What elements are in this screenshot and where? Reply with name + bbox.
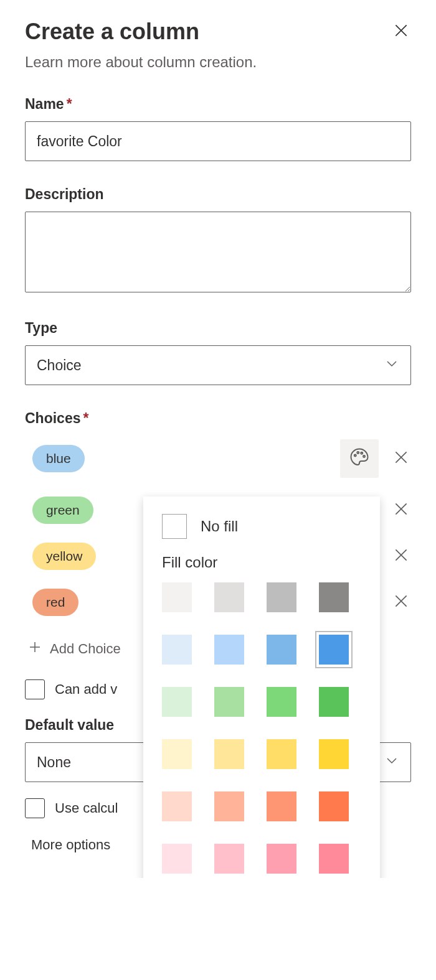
choice-pill-green[interactable]: green <box>32 497 93 524</box>
color-swatch[interactable] <box>162 582 192 612</box>
required-asterisk: * <box>83 410 88 426</box>
fill-color-label: Fill color <box>162 554 361 571</box>
remove-choice-button[interactable] <box>391 449 411 469</box>
choice-pill-red[interactable]: red <box>32 589 78 616</box>
choice-actions <box>340 439 411 478</box>
chevron-down-icon <box>384 356 399 375</box>
color-swatch[interactable] <box>267 739 296 769</box>
panel-header: Create a column <box>25 19 411 45</box>
field-choices: Choices* blue <box>25 410 411 699</box>
color-swatch[interactable] <box>162 844 192 874</box>
color-swatch[interactable] <box>267 844 296 874</box>
choice-pill-blue[interactable]: blue <box>32 445 85 472</box>
color-swatch[interactable] <box>319 635 349 665</box>
choice-pill-yellow[interactable]: yellow <box>32 543 96 570</box>
close-button[interactable] <box>391 22 411 42</box>
create-column-panel: Create a column Learn more about column … <box>0 0 436 878</box>
remove-choice-button[interactable] <box>391 592 411 612</box>
no-fill-option[interactable]: No fill <box>162 514 361 539</box>
field-type: Type Choice <box>25 320 411 385</box>
description-label: Description <box>25 186 411 203</box>
type-label: Type <box>25 320 411 337</box>
color-swatch[interactable] <box>162 687 192 717</box>
name-label: Name* <box>25 96 411 113</box>
choice-actions <box>391 546 411 566</box>
panel-subtitle[interactable]: Learn more about column creation. <box>25 54 411 71</box>
add-choice-label: Add Choice <box>50 641 121 657</box>
field-description: Description <box>25 186 411 295</box>
color-picker-button[interactable] <box>340 439 379 478</box>
type-select[interactable]: Choice <box>25 345 411 385</box>
name-input[interactable] <box>25 121 411 161</box>
svg-point-5 <box>363 455 365 457</box>
palette-icon <box>348 446 371 471</box>
color-swatch[interactable] <box>214 635 244 665</box>
close-icon <box>393 449 409 468</box>
choice-row-0: blue <box>25 439 411 478</box>
close-icon <box>393 501 409 520</box>
color-swatch[interactable] <box>267 635 296 665</box>
color-swatch[interactable] <box>267 582 296 612</box>
color-swatch[interactable] <box>319 739 349 769</box>
chevron-down-icon <box>384 753 399 772</box>
color-swatch[interactable] <box>319 791 349 821</box>
svg-point-2 <box>354 455 356 457</box>
type-selected-value: Choice <box>37 357 82 374</box>
color-swatch[interactable] <box>267 791 296 821</box>
color-swatch[interactable] <box>214 791 244 821</box>
field-name: Name* <box>25 96 411 161</box>
choices-label-text: Choices <box>25 410 80 426</box>
color-swatch[interactable] <box>267 687 296 717</box>
color-picker-popover: No fill Fill color <box>143 497 380 878</box>
color-swatch[interactable] <box>214 739 244 769</box>
description-input[interactable] <box>25 212 411 292</box>
panel-title: Create a column <box>25 19 199 45</box>
choice-actions <box>391 500 411 520</box>
svg-point-3 <box>357 452 359 454</box>
remove-choice-button[interactable] <box>391 546 411 566</box>
checkbox-box <box>25 798 45 818</box>
plus-icon <box>27 640 42 658</box>
color-swatch[interactable] <box>214 582 244 612</box>
choice-list: blue <box>25 439 411 616</box>
remove-choice-button[interactable] <box>391 500 411 520</box>
color-swatch[interactable] <box>214 687 244 717</box>
default-value-selected: None <box>37 754 71 771</box>
color-swatch[interactable] <box>162 635 192 665</box>
color-swatch[interactable] <box>319 844 349 874</box>
choices-label: Choices* <box>25 410 411 427</box>
svg-point-4 <box>361 452 363 454</box>
choice-actions <box>391 592 411 612</box>
use-calculated-label: Use calcul <box>55 800 118 816</box>
checkbox-box <box>25 679 45 699</box>
can-add-values-label: Can add v <box>55 681 117 698</box>
color-swatch[interactable] <box>162 791 192 821</box>
close-icon <box>393 593 409 612</box>
no-fill-swatch <box>162 514 187 539</box>
color-swatch[interactable] <box>162 739 192 769</box>
name-label-text: Name <box>25 96 64 112</box>
close-icon <box>393 22 409 41</box>
no-fill-label: No fill <box>201 518 238 535</box>
swatch-grid <box>162 582 361 874</box>
color-swatch[interactable] <box>214 844 244 874</box>
required-asterisk: * <box>67 96 72 112</box>
close-icon <box>393 547 409 566</box>
color-swatch[interactable] <box>319 582 349 612</box>
color-swatch[interactable] <box>319 687 349 717</box>
